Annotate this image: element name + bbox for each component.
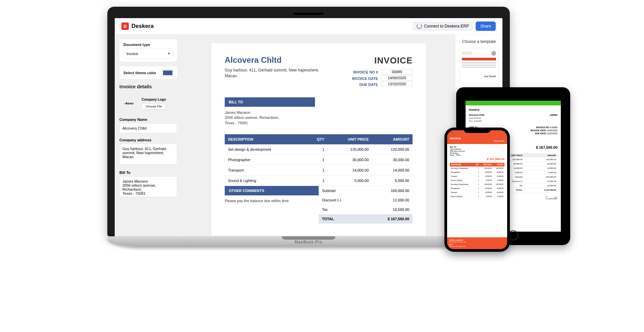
- table-row: Transport114,000.0014,000.00: [225, 165, 413, 176]
- company-address-label: Company address: [119, 138, 177, 142]
- invoice-document: Alcovera Chltd Guy harbour, 411, Gerhald…: [211, 43, 426, 236]
- doctype-label: Document type: [123, 43, 173, 47]
- invoice-due-date: 13/10/2020: [381, 81, 413, 87]
- brand-name: Deskera: [131, 23, 154, 30]
- brand-logo-icon: D: [121, 22, 129, 30]
- iphone-mockup: INVOICE Alcovera Chltd BILL TOJames Macw…: [444, 128, 510, 252]
- connect-button[interactable]: Connect to Deskera ERP: [413, 21, 473, 31]
- comments-header: OTHER COMMENTS: [225, 186, 319, 195]
- invoice-preview-area: Alcovera Chltd Guy harbour, 411, Gerhald…: [182, 35, 455, 236]
- company-logo-preview: 𝒩 NERD: [119, 94, 138, 113]
- company-name-label: Company Name: [119, 117, 177, 122]
- doctype-select[interactable]: Invoice: [123, 49, 173, 58]
- invoice-company-address: Guy harbour, 411, Gerhald summit, New ha…: [225, 67, 319, 79]
- invoice-date: 14/09/2020: [381, 75, 413, 81]
- template-panel-title: Choose a template: [460, 39, 498, 44]
- invoice-company-name: Alcovera Chltd: [225, 55, 319, 65]
- ipad-invoice-title: Invoice: [469, 108, 557, 111]
- company-logo-label: Company Logo: [142, 98, 166, 101]
- table-row: Set design & development1120,000.00120,0…: [225, 144, 413, 155]
- invoice-items-table: DESCRIPTION QTY UNIT PRICE AMOUNT Set de…: [225, 134, 413, 186]
- iphone-total: $ 167,560.00: [450, 157, 504, 161]
- billto-content: James Macwon 2056 wilson avenue, Richard…: [225, 107, 413, 134]
- brand: D Deskera: [121, 22, 154, 30]
- invoice-details-title: Invoice details: [119, 84, 177, 89]
- choose-file-button[interactable]: Choose File: [142, 103, 166, 109]
- comments-text: Please pay the balance due within time: [225, 195, 319, 206]
- iphone-invoice-title: INVOICE: [450, 137, 504, 140]
- left-sidebar: Document type Invoice Select theme color…: [115, 35, 182, 236]
- theme-label: Select theme color: [123, 71, 156, 75]
- app-header: D Deskera Connect to Deskera ERP Share: [115, 18, 502, 35]
- invoice-title: INVOICE: [352, 55, 413, 66]
- company-name-input[interactable]: [119, 123, 177, 133]
- macbook-label: MacBook Pro: [294, 240, 322, 244]
- company-address-input[interactable]: Guy harbour, 411, Gerhald summit, New ha…: [119, 144, 177, 164]
- table-row: Sound & Lighting15,000.005,000.00: [225, 176, 413, 186]
- billto-header: BILL TO: [225, 97, 315, 107]
- template-thumb-1[interactable]: Jon Smith: [460, 49, 498, 92]
- table-row: Photographer130,000.0030,000.00: [225, 155, 413, 165]
- billto-label: Bill To: [119, 171, 177, 175]
- theme-color-swatch[interactable]: [162, 70, 173, 76]
- billto-input[interactable]: James Macwon 2056 wilson avenue, Richard…: [119, 176, 177, 197]
- invoice-number: 00089: [381, 69, 413, 75]
- share-button[interactable]: Share: [476, 21, 496, 31]
